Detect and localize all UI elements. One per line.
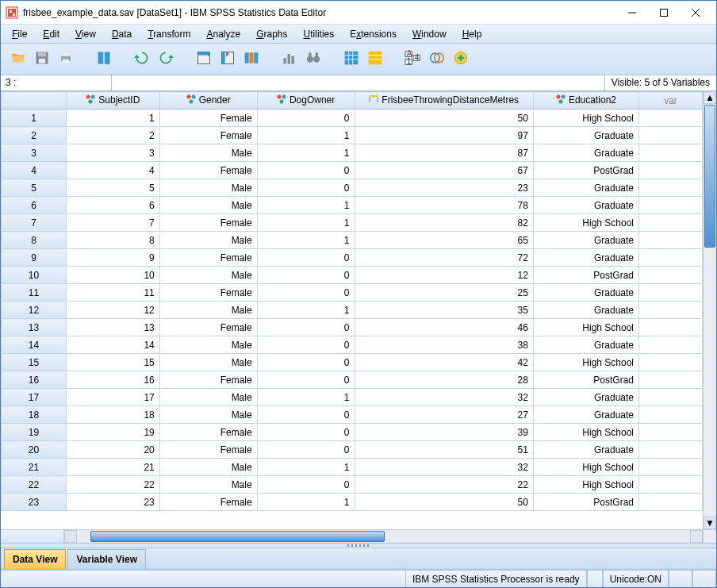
cell[interactable]: Graduate <box>533 144 638 162</box>
maximize-button[interactable] <box>648 2 680 24</box>
row-header[interactable]: 5 <box>2 179 67 197</box>
cell-empty[interactable] <box>639 424 703 441</box>
redo-button[interactable] <box>155 47 177 72</box>
row-header[interactable]: 16 <box>2 371 67 389</box>
menu-data[interactable]: Data <box>104 26 140 42</box>
row-header[interactable]: 14 <box>2 336 67 354</box>
table-row[interactable]: 1111Female025Graduate <box>2 284 703 302</box>
cell[interactable]: 12 <box>66 302 159 319</box>
menu-help[interactable]: Help <box>454 26 490 42</box>
cell[interactable]: Graduate <box>533 249 638 267</box>
row-header[interactable]: 15 <box>2 354 67 371</box>
cell[interactable]: Female <box>159 441 257 459</box>
row-header[interactable]: 18 <box>2 406 67 424</box>
cell[interactable]: Graduate <box>533 197 638 214</box>
cell[interactable]: Male <box>159 197 257 214</box>
cell[interactable]: 50 <box>355 494 533 511</box>
row-header[interactable]: 17 <box>2 389 67 406</box>
menu-edit[interactable]: Edit <box>35 26 67 42</box>
cell[interactable]: 0 <box>257 319 355 336</box>
menu-transform[interactable]: Transform <box>140 26 198 42</box>
cell-empty[interactable] <box>639 494 703 511</box>
row-header[interactable]: 9 <box>2 249 67 267</box>
cell[interactable]: 1 <box>257 494 355 511</box>
cell[interactable]: 1 <box>257 144 355 162</box>
cell[interactable]: PostGrad <box>533 267 638 284</box>
cell[interactable]: 1 <box>257 302 355 319</box>
table-row[interactable]: 22Female197Graduate <box>2 127 703 144</box>
column-header-frisbee[interactable]: FrisbeeThrowingDistanceMetres <box>355 92 533 110</box>
cell[interactable]: Male <box>159 389 257 406</box>
cell-empty[interactable] <box>639 214 703 232</box>
cell[interactable]: 13 <box>66 319 159 336</box>
cell[interactable]: 1 <box>257 459 355 476</box>
row-header[interactable]: 12 <box>2 302 67 319</box>
cell[interactable]: 0 <box>257 406 355 424</box>
cell-empty[interactable] <box>639 371 703 389</box>
table-row[interactable]: 77Female182High School <box>2 214 703 232</box>
cell[interactable]: 1 <box>257 127 355 144</box>
table-row[interactable]: 1313Female046High School <box>2 319 703 336</box>
horizontal-scrollbar[interactable] <box>77 530 690 543</box>
column-header-subjectid[interactable]: SubjectID <box>66 92 159 110</box>
cell[interactable]: 10 <box>66 267 159 284</box>
cell-empty[interactable] <box>639 441 703 459</box>
cell[interactable]: 1 <box>257 232 355 249</box>
cell[interactable]: 1 <box>257 389 355 406</box>
cell[interactable]: Female <box>159 214 257 232</box>
row-header[interactable]: 8 <box>2 232 67 249</box>
cell[interactable]: 50 <box>355 110 533 127</box>
cell[interactable]: Male <box>159 144 257 162</box>
table-row[interactable]: 44Female067PostGrad <box>2 162 703 179</box>
cell-empty[interactable] <box>639 476 703 494</box>
table-row[interactable]: 2020Female051Graduate <box>2 441 703 459</box>
cell[interactable]: Male <box>159 476 257 494</box>
column-header-gender[interactable]: Gender <box>159 92 257 110</box>
scroll-thumb[interactable] <box>704 105 715 248</box>
cell[interactable]: Male <box>159 406 257 424</box>
cell[interactable]: 39 <box>355 424 533 441</box>
cell[interactable]: High School <box>533 214 638 232</box>
cell[interactable]: Male <box>159 336 257 354</box>
cell-empty[interactable] <box>639 110 703 127</box>
column-header-empty[interactable]: var <box>639 92 703 110</box>
menu-file[interactable]: File <box>4 26 35 42</box>
cell[interactable]: Graduate <box>533 441 638 459</box>
cell-empty[interactable] <box>639 144 703 162</box>
hscroll-thumb[interactable] <box>90 531 385 542</box>
table-row[interactable]: 1717Male132Graduate <box>2 389 703 406</box>
tab-data-view[interactable]: Data View <box>4 549 66 569</box>
row-header[interactable]: 4 <box>2 162 67 179</box>
cell[interactable]: PostGrad <box>533 162 638 179</box>
cell[interactable]: Male <box>159 302 257 319</box>
undo-button[interactable] <box>131 47 153 72</box>
cell[interactable]: 35 <box>355 302 533 319</box>
table-row[interactable]: 1212Male135Graduate <box>2 302 703 319</box>
cell[interactable]: 0 <box>257 284 355 302</box>
insert-cases-button[interactable] <box>340 47 362 72</box>
cell[interactable]: 72 <box>355 249 533 267</box>
cell[interactable]: 25 <box>355 284 533 302</box>
cell[interactable]: 20 <box>66 441 159 459</box>
cell[interactable]: Female <box>159 284 257 302</box>
table-row[interactable]: 1010Male012PostGrad <box>2 267 703 284</box>
cell[interactable]: 0 <box>257 354 355 371</box>
cell[interactable]: 97 <box>355 127 533 144</box>
cell[interactable]: 18 <box>66 406 159 424</box>
cell[interactable]: 3 <box>66 144 159 162</box>
cell[interactable]: Female <box>159 249 257 267</box>
cell[interactable]: 51 <box>355 441 533 459</box>
cell[interactable]: 0 <box>257 476 355 494</box>
cell[interactable]: 11 <box>66 284 159 302</box>
menu-view[interactable]: View <box>67 26 104 42</box>
table-row[interactable]: 33Male187Graduate <box>2 144 703 162</box>
run-descriptives-button[interactable] <box>278 47 301 72</box>
cell[interactable]: 8 <box>66 232 159 249</box>
row-header[interactable]: 11 <box>2 284 67 302</box>
table-row[interactable]: 1616Female028PostGrad <box>2 371 703 389</box>
data-grid[interactable]: SubjectID Gender DogOwner FrisbeeThrowin… <box>1 91 703 511</box>
cell[interactable]: 0 <box>257 371 355 389</box>
row-header[interactable]: 7 <box>2 214 67 232</box>
cell-empty[interactable] <box>639 232 703 249</box>
cell[interactable]: 21 <box>66 459 159 476</box>
